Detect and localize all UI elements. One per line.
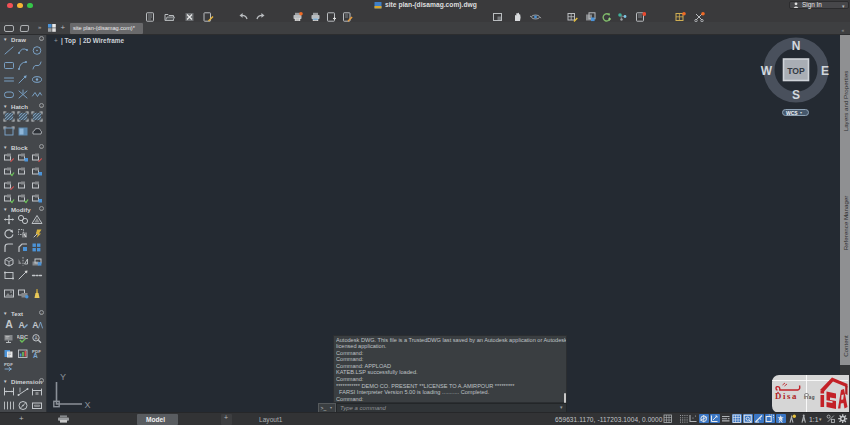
svg-text:PDF: PDF xyxy=(4,362,13,367)
svg-text:A: A xyxy=(5,319,13,330)
svg-text:W: W xyxy=(761,64,773,78)
svg-text:A: A xyxy=(18,320,24,330)
svg-text:N: N xyxy=(792,39,801,53)
svg-text:A: A xyxy=(33,352,38,359)
svg-text:Y: Y xyxy=(60,372,66,382)
svg-text:X: X xyxy=(85,400,91,410)
svg-text:S: S xyxy=(792,88,800,102)
svg-text:A: A xyxy=(32,320,38,330)
svg-text:E: E xyxy=(821,64,829,78)
svg-text:ABC: ABC xyxy=(17,334,28,340)
svg-text:TOP: TOP xyxy=(787,66,805,76)
